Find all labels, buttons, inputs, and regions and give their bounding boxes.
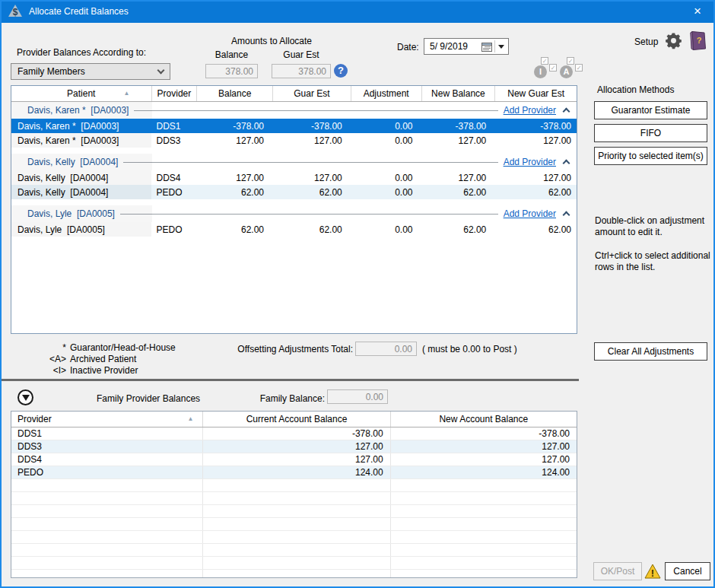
cell-new-balance <box>391 518 577 530</box>
empty-row[interactable] <box>11 570 577 578</box>
provider-balances-selected-value: Family Members <box>17 66 85 77</box>
cell-new-guar-est: 127.00 <box>495 133 577 148</box>
family-provider-grid: Provider▲ Current Account Balance New Ac… <box>11 411 577 578</box>
cancel-button[interactable]: Cancel <box>665 562 710 580</box>
family-balance-row[interactable]: PEDO 124.00 124.00 <box>11 466 577 479</box>
add-provider-link[interactable]: Add Provider <box>504 157 556 167</box>
column-header-new-balance[interactable]: New Account Balance <box>391 412 577 427</box>
collapse-family-balances-button[interactable] <box>17 389 33 405</box>
amounts-heading: Amounts to Allocate <box>207 36 336 46</box>
column-header-adjustment[interactable]: Adjustment <box>351 86 422 101</box>
cell-new-balance: 124.00 <box>391 466 577 478</box>
allocation-row[interactable]: Davis, Karen * [DA0003] DDS1 -378.00 -37… <box>11 119 577 133</box>
allocation-row[interactable]: Davis, Karen * [DA0003] DDS3 127.00 127.… <box>11 133 577 148</box>
cell-current-balance <box>203 557 390 569</box>
cell-new-balance <box>391 531 577 543</box>
cell-adjustment[interactable]: 0.00 <box>351 170 422 185</box>
family-group-row: Davis, Kelly [DA0004] Add Provider <box>11 154 577 170</box>
column-header-provider[interactable]: Provider▲ <box>11 412 203 427</box>
cell-current-balance: 124.00 <box>203 466 390 478</box>
offsetting-total-label: Offsetting Adjustments Total: <box>193 344 353 354</box>
column-header-current-balance[interactable]: Current Account Balance <box>203 412 390 427</box>
legend-inactive: <I> Inactive Provider <box>46 365 138 376</box>
allocation-methods-heading: Allocation Methods <box>597 84 674 95</box>
empty-row[interactable] <box>11 531 577 544</box>
allocation-row[interactable]: Davis, Kelly [DA0004] PEDO 62.00 62.00 0… <box>11 185 577 199</box>
column-header-provider[interactable]: Provider <box>152 86 198 101</box>
close-icon[interactable]: × <box>680 0 715 23</box>
cell-new-balance: -378.00 <box>391 427 577 440</box>
empty-row[interactable] <box>11 557 577 570</box>
empty-row[interactable] <box>11 518 577 531</box>
fifo-button[interactable]: FIFO <box>594 124 707 142</box>
cell-provider <box>11 492 203 504</box>
sort-asc-icon: ▲ <box>124 90 130 97</box>
group-divider-line <box>123 162 497 163</box>
cell-balance: -378.00 <box>197 119 273 133</box>
cell-current-balance <box>203 492 390 504</box>
checkbox-icon: ✓ <box>549 64 557 72</box>
dollar-icon: $ <box>8 4 23 19</box>
collapse-chevron-icon[interactable] <box>563 108 570 116</box>
cell-current-balance: 127.00 <box>203 453 390 466</box>
collapse-chevron-icon[interactable] <box>563 160 570 167</box>
family-balance-label: Family Balance: <box>230 393 325 404</box>
cell-current-balance: 127.00 <box>203 440 390 453</box>
family-balance-row[interactable]: DDS4 127.00 127.00 <box>11 453 577 466</box>
allocation-row[interactable]: Davis, Lyle [DA0005] PEDO 62.00 62.00 0.… <box>11 222 577 237</box>
cell-new-balance: 127.00 <box>422 133 496 148</box>
help-manual-book-icon[interactable]: ? <box>688 30 707 51</box>
column-header-guar-est[interactable]: Guar Est <box>273 86 351 101</box>
hint-ctrl-click: Ctrl+click to select additional rows in … <box>595 250 713 273</box>
cell-provider: DDS3 <box>151 133 197 148</box>
cell-balance: 127.00 <box>197 133 273 148</box>
cell-adjustment[interactable]: 0.00 <box>351 222 422 237</box>
clear-all-adjustments-button[interactable]: Clear All Adjustments <box>594 342 707 361</box>
allocation-grid-header: Patient▲ Provider Balance Guar Est Adjus… <box>11 86 577 102</box>
column-header-balance[interactable]: Balance <box>197 86 273 101</box>
legend-text: Inactive Provider <box>70 365 138 376</box>
ok-post-button[interactable]: OK/Post <box>593 562 642 580</box>
provider-balances-select[interactable]: Family Members <box>11 63 170 80</box>
add-provider-link[interactable]: Add Provider <box>504 105 556 116</box>
family-balance-row[interactable]: DDS3 127.00 127.00 <box>11 440 577 453</box>
empty-row[interactable] <box>11 505 577 518</box>
group-divider-line <box>120 214 498 215</box>
allocate-credit-balances-dialog: $ Allocate Credit Balances × Provider Ba… <box>0 0 715 588</box>
cell-new-balance <box>391 492 577 504</box>
empty-row[interactable] <box>11 492 577 505</box>
cell-new-balance: -378.00 <box>422 119 496 133</box>
column-header-patient[interactable]: Patient▲ <box>11 86 152 101</box>
priority-selected-button[interactable]: Priority to selected item(s) <box>594 147 707 165</box>
cell-guar-est: 62.00 <box>273 222 351 237</box>
cell-provider <box>11 518 203 530</box>
allocation-row[interactable]: Davis, Kelly [DA0004] DDS4 127.00 127.00… <box>11 170 577 185</box>
cell-adjustment[interactable]: 0.00 <box>351 119 422 133</box>
cell-provider <box>11 544 203 556</box>
archived-patient-filter-icon[interactable]: ✓ ✓ A <box>560 57 583 78</box>
cell-new-balance <box>391 544 577 556</box>
help-icon[interactable]: ? <box>334 64 348 78</box>
cell-provider <box>11 505 203 517</box>
column-header-new-guar-est[interactable]: New Guar Est <box>495 86 577 101</box>
cell-adjustment[interactable]: 0.00 <box>351 133 422 148</box>
column-header-new-balance[interactable]: New Balance <box>422 86 496 101</box>
calendar-icon <box>481 42 492 52</box>
cell-current-balance <box>203 505 390 517</box>
add-provider-link[interactable]: Add Provider <box>504 208 556 219</box>
date-separator <box>494 40 495 52</box>
legend-symbol: <A> <box>46 354 70 364</box>
collapse-chevron-icon[interactable] <box>563 211 570 219</box>
family-group-row: Davis, Lyle [DA0005] Add Provider <box>11 205 577 222</box>
cell-patient: Davis, Karen * [DA0003] <box>11 133 151 148</box>
cell-adjustment[interactable]: 0.00 <box>351 185 422 199</box>
legend-symbol: * <box>46 342 70 353</box>
guarantor-estimate-button[interactable]: Guarantor Estimate <box>594 101 707 119</box>
inactive-provider-filter-icon[interactable]: ✓ ✓ I <box>534 57 557 78</box>
date-picker[interactable]: 5/ 9/2019 <box>424 38 509 55</box>
date-value: 5/ 9/2019 <box>430 41 468 52</box>
empty-row[interactable] <box>11 479 577 492</box>
empty-row[interactable] <box>11 544 577 557</box>
family-balance-row[interactable]: DDS1 -378.00 -378.00 <box>11 427 577 440</box>
gear-icon[interactable] <box>665 32 682 49</box>
